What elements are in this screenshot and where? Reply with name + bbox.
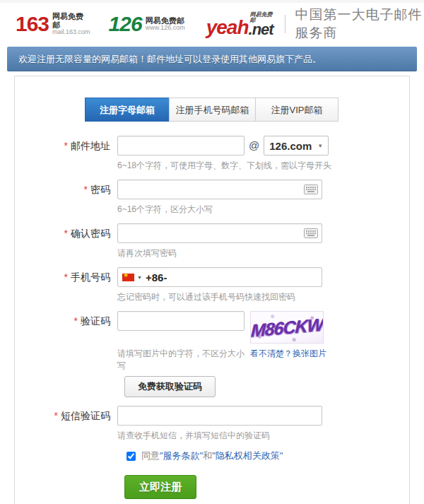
password-label: *密码 — [15, 180, 117, 216]
confirm-password-input[interactable] — [117, 223, 322, 243]
phone-label: *手机号码 — [15, 267, 117, 303]
logo-yeahnet[interactable]: yeah 网易免费邮 .net — [206, 12, 273, 37]
logo-163[interactable]: 163 网易免费邮 mail.163.com — [16, 12, 90, 36]
get-sms-code-button[interactable]: 免费获取验证码 — [124, 376, 216, 397]
logo-126[interactable]: 126 网易免费邮 www.126.com — [109, 12, 185, 36]
captcha-text: M86CKW — [250, 314, 323, 341]
agreement-text: 同意"服务条款"和"隐私权相关政策" — [141, 450, 283, 462]
form-panel: 注册字母邮箱 注册手机号码邮箱 注册VIP邮箱 *邮件地址 @ 126.com … — [14, 76, 410, 504]
required-marker: * — [64, 228, 68, 239]
sms-code-label: *短信验证码 — [15, 406, 117, 442]
registration-form: *邮件地址 @ 126.com ▼ 6~18个字符，可使用字母、数字、下划线，需… — [15, 136, 409, 499]
chevron-down-icon: ▼ — [317, 143, 323, 149]
sms-code-hint: 请查收手机短信，并填写短信中的验证码 — [117, 430, 409, 442]
logo-yeah-suffix: .net — [249, 23, 273, 37]
tab-letter-mailbox[interactable]: 注册字母邮箱 — [85, 98, 170, 122]
required-marker: * — [74, 315, 78, 327]
confirm-password-row: *确认密码 请再次填写密码 — [15, 223, 409, 259]
register-tabs: 注册字母邮箱 注册手机号码邮箱 注册VIP邮箱 — [85, 98, 409, 122]
email-row: *邮件地址 @ 126.com ▼ 6~18个字符，可使用字母、数字、下划线，需… — [15, 136, 409, 172]
captcha-row: *验证码 M86CKW 请填写图片中的字符，不区分大小写 看不清楚？换张图片 — [15, 311, 409, 372]
phone-hint: 忘记密码时，可以通过该手机号码快速找回密码 — [117, 291, 409, 303]
welcome-banner: 欢迎注册无限容量的网易邮箱！邮件地址可以登录使用其他网易旗下产品。 — [7, 47, 417, 71]
email-input[interactable] — [117, 136, 245, 156]
required-marker: * — [84, 184, 88, 195]
agreement-checkbox[interactable] — [126, 452, 136, 461]
logo-yeah-main: yeah — [206, 18, 249, 36]
phone-prefix: +86- — [146, 271, 167, 283]
at-sign: @ — [249, 136, 259, 156]
china-flag-icon[interactable]: ★ — [122, 274, 134, 281]
confirm-password-label: *确认密码 — [15, 223, 117, 259]
header: 163 网易免费邮 mail.163.com 126 网易免费邮 www.126… — [0, 3, 424, 45]
domain-select[interactable]: 126.com ▼ — [264, 136, 329, 156]
password-hint: 6~16个字符，区分大小写 — [117, 204, 409, 216]
captcha-label: *验证码 — [15, 311, 117, 372]
header-separator — [285, 15, 285, 33]
sms-code-row: *短信验证码 请查收手机短信，并填写短信中的验证码 — [15, 406, 409, 442]
domain-select-value: 126.com — [269, 140, 312, 152]
captcha-hint: 请填写图片中的字符，不区分大小写 — [117, 348, 250, 372]
captcha-image: M86CKW — [250, 311, 324, 344]
sms-code-input[interactable] — [117, 406, 322, 426]
logo-163-name: 网易免费邮 — [52, 12, 90, 29]
email-label: *邮件地址 — [15, 136, 117, 172]
logo-163-number: 163 — [16, 12, 49, 36]
register-now-button[interactable]: 立即注册 — [124, 475, 196, 499]
logo-126-number: 126 — [109, 12, 142, 36]
email-hint: 6~18个字符，可使用字母、数字、下划线，需以字母开头 — [117, 160, 409, 172]
registration-page: 163 网易免费邮 mail.163.com 126 网易免费邮 www.126… — [0, 0, 424, 504]
terms-link[interactable]: "服务条款" — [160, 450, 203, 461]
logo-126-domain: www.126.com — [146, 25, 185, 32]
required-marker: * — [54, 410, 58, 421]
required-marker: * — [64, 271, 68, 283]
keyboard-icon[interactable] — [304, 228, 318, 241]
confirm-password-hint: 请再次填写密码 — [117, 247, 409, 259]
tab-mobile-mailbox[interactable]: 注册手机号码邮箱 — [169, 98, 256, 122]
keyboard-icon[interactable] — [304, 184, 318, 197]
phone-row: *手机号码 ★ ▼ +86- 忘记密码时，可以通过该手机号码快速找回密码 — [15, 267, 409, 303]
phone-input-box: ★ ▼ +86- — [117, 267, 322, 287]
tab-vip-mailbox[interactable]: 注册VIP邮箱 — [255, 98, 338, 122]
captcha-refresh-link[interactable]: 看不清楚？换张图片 — [250, 348, 326, 372]
chevron-down-icon[interactable]: ▼ — [137, 275, 142, 280]
agreement-row: 同意"服务条款"和"隐私权相关政策" — [126, 450, 409, 462]
password-input[interactable] — [117, 180, 322, 199]
password-row: *密码 6~16个字符，区分大小写 — [15, 180, 409, 216]
required-marker: * — [64, 140, 68, 151]
logo-163-domain: mail.163.com — [52, 29, 90, 36]
header-slogan: 中国第一大电子邮件服务商 — [295, 6, 424, 42]
captcha-input[interactable] — [117, 311, 245, 331]
privacy-link[interactable]: "隐私权相关政策" — [212, 450, 283, 461]
phone-input[interactable] — [167, 269, 322, 286]
